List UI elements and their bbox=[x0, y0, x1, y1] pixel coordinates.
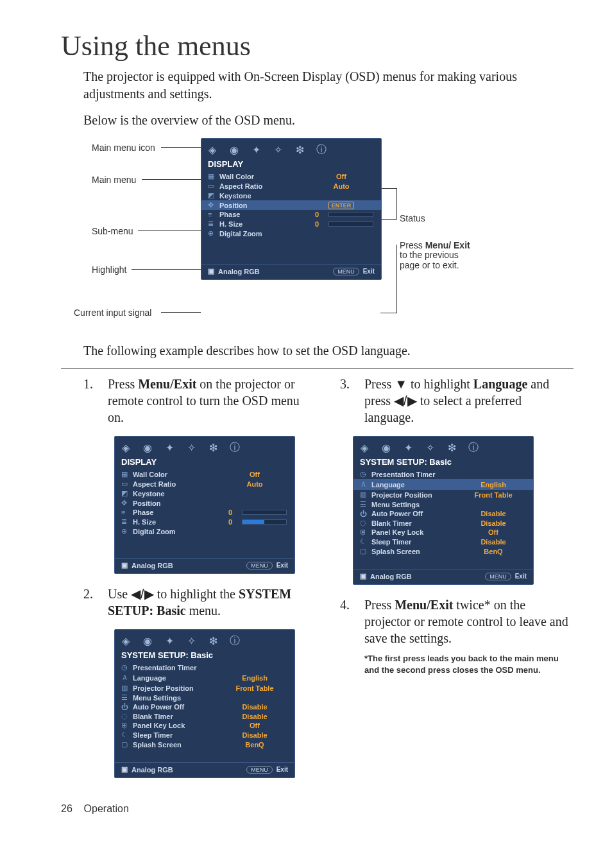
tab-picture-icon[interactable]: ◉ bbox=[227, 143, 241, 157]
step-2-number: 2. bbox=[83, 586, 96, 602]
value-phase: 0 bbox=[309, 211, 325, 218]
s2-language[interactable]: Language bbox=[133, 674, 223, 682]
item-hsize[interactable]: H. Size bbox=[219, 220, 309, 228]
s3-menu-set[interactable]: Menu Settings bbox=[371, 501, 461, 508]
s1-aspect[interactable]: Aspect Ratio bbox=[133, 480, 223, 488]
page-title: Using the menus bbox=[61, 32, 574, 60]
step-3-number: 3. bbox=[340, 376, 353, 392]
step-4-text: Press Menu/Exit twice* on the projector … bbox=[364, 596, 574, 675]
osd-step3-title: SYSTEM SETUP: Basic bbox=[353, 456, 533, 469]
step-1-number: 1. bbox=[83, 376, 96, 392]
s3-blank[interactable]: Blank Timer bbox=[371, 519, 461, 527]
s1-wall-color[interactable]: Wall Color bbox=[133, 471, 223, 478]
tab-info-icon[interactable]: ⓘ bbox=[314, 143, 328, 157]
intro-paragraph-2: Below is the overview of the OSD menu. bbox=[83, 112, 574, 129]
s3-splash[interactable]: Splash Screen bbox=[371, 548, 461, 555]
section-divider bbox=[61, 369, 574, 369]
osd-step2-panel: ◈◉✦✧❇ⓘ SYSTEM SETUP: Basic ◷Presentation… bbox=[114, 629, 295, 778]
s2-splash[interactable]: Splash Screen bbox=[133, 741, 223, 749]
osd-overview-panel: ◈ ◉ ✦ ✧ ❇ ⓘ DISPLAY ▦Wall ColorOff ▭Aspe… bbox=[201, 138, 382, 280]
s2-menu-set[interactable]: Menu Settings bbox=[133, 694, 223, 702]
slider-phase[interactable] bbox=[328, 212, 373, 217]
page-number: 26 bbox=[61, 803, 72, 814]
item-keystone[interactable]: Keystone bbox=[219, 192, 309, 200]
value-hsize: 0 bbox=[309, 220, 325, 228]
intro-paragraph-1: The projector is equipped with On-Screen… bbox=[83, 68, 574, 103]
label-status: Status bbox=[400, 214, 425, 223]
s2-proj-pos[interactable]: Projector Position bbox=[133, 684, 223, 692]
label-current-signal: Current input signal bbox=[74, 308, 151, 318]
value-aspect-ratio: Auto bbox=[309, 182, 373, 190]
signal-source: ▣Analog RGB bbox=[208, 267, 260, 275]
example-paragraph: The following example describes how to s… bbox=[83, 342, 574, 360]
step-3-text: Press ▼ to highlight Language and press … bbox=[364, 376, 574, 426]
label-main-menu-icon: Main menu icon bbox=[92, 143, 155, 153]
s2-auto-off[interactable]: Auto Power Off bbox=[133, 703, 223, 711]
s1-hsize[interactable]: H. Size bbox=[133, 518, 223, 526]
step-1-text: Press Menu/Exit on the projector or remo… bbox=[108, 376, 317, 426]
label-highlight: Highlight bbox=[92, 265, 126, 275]
s2-pres-timer[interactable]: Presentation Timer bbox=[133, 664, 223, 672]
page-section: Operation bbox=[84, 803, 129, 814]
item-digital-zoom[interactable]: Digital Zoom bbox=[219, 230, 309, 238]
s3-language[interactable]: Language bbox=[371, 481, 461, 489]
s1-zoom[interactable]: Digital Zoom bbox=[133, 528, 223, 535]
s1-position[interactable]: Position bbox=[133, 499, 223, 507]
item-phase[interactable]: Phase bbox=[219, 211, 309, 218]
s3-proj-pos[interactable]: Projector Position bbox=[371, 491, 461, 499]
osd-tab-bar: ◈ ◉ ✦ ✧ ❇ ⓘ bbox=[201, 139, 381, 158]
s2-panel-lock[interactable]: Panel Key Lock bbox=[133, 722, 223, 729]
slider-hsize[interactable] bbox=[328, 221, 373, 227]
osd-step2-title: SYSTEM SETUP: Basic bbox=[115, 649, 294, 663]
s3-panel-lock[interactable]: Panel Key Lock bbox=[371, 528, 461, 536]
item-position[interactable]: Position bbox=[219, 202, 309, 209]
step-4-number: 4. bbox=[340, 596, 353, 613]
label-sub-menu: Sub-menu bbox=[92, 227, 133, 236]
label-main-menu: Main menu bbox=[92, 175, 136, 185]
osd-menu-title: DISPLAY bbox=[201, 158, 381, 171]
step-4-note: *The first press leads you back to the m… bbox=[364, 653, 574, 675]
osd-step3-panel: ◈◉✦✧❇ⓘ SYSTEM SETUP: Basic ◷Presentation… bbox=[353, 436, 534, 585]
exit-button[interactable]: Exit bbox=[363, 268, 375, 275]
s3-sleep[interactable]: Sleep Timer bbox=[371, 538, 461, 546]
item-wall-color[interactable]: Wall Color bbox=[219, 173, 309, 180]
s3-auto-off[interactable]: Auto Power Off bbox=[371, 510, 461, 517]
label-press-menu-exit: Press Menu/ Exit to the previous page or… bbox=[400, 241, 477, 270]
s1-phase[interactable]: Phase bbox=[133, 508, 223, 516]
step-2-text: Use ◀/▶ to highlight the SYSTEM SETUP: B… bbox=[108, 586, 317, 619]
enter-badge[interactable]: ENTER bbox=[328, 202, 355, 209]
s1-keystone[interactable]: Keystone bbox=[133, 490, 223, 498]
osd-step1-panel: ◈◉✦✧❇ⓘ DISPLAY ▦Wall ColorOff ▭Aspect Ra… bbox=[114, 436, 295, 574]
s3-pres-timer[interactable]: Presentation Timer bbox=[371, 471, 461, 478]
tab-setup1-icon[interactable]: ✧ bbox=[271, 143, 285, 157]
tab-advanced-icon[interactable]: ✦ bbox=[249, 143, 263, 157]
s2-blank[interactable]: Blank Timer bbox=[133, 713, 223, 720]
tab-display-icon[interactable]: ◈ bbox=[205, 143, 219, 157]
tab-setup2-icon[interactable]: ❇ bbox=[293, 143, 307, 157]
menu-button[interactable]: MENU bbox=[333, 268, 359, 275]
value-wall-color: Off bbox=[309, 173, 373, 180]
item-aspect-ratio[interactable]: Aspect Ratio bbox=[219, 182, 309, 190]
s2-sleep[interactable]: Sleep Timer bbox=[133, 731, 223, 739]
osd-overview-diagram: Main menu icon Main menu Sub-menu Highli… bbox=[92, 138, 574, 331]
osd-step1-title: DISPLAY bbox=[115, 456, 294, 469]
